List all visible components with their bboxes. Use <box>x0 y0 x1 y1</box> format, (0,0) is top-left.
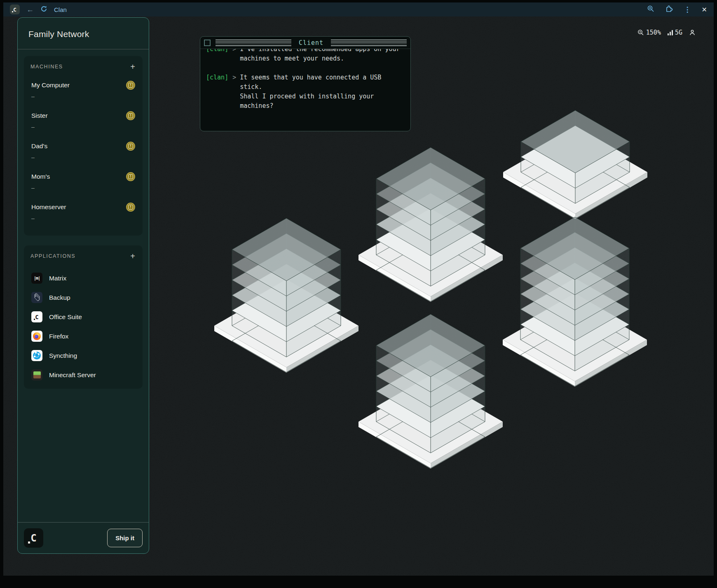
terminal-body: [clan] > I've installed the recommended … <box>200 49 410 131</box>
title-bar-stripes <box>331 40 407 46</box>
application-item[interactable]: Backup <box>30 288 136 307</box>
network-label: 5G <box>675 29 682 36</box>
warning-badge-icon: ! <box>126 203 135 212</box>
application-item[interactable]: |m| Matrix <box>30 268 136 288</box>
zoom-control[interactable]: 150% <box>637 29 661 36</box>
application-name: Office Suite <box>49 313 82 321</box>
user-icon <box>689 29 696 36</box>
title-bar-stripes <box>216 40 291 46</box>
backup-icon <box>31 292 42 303</box>
machine-name: Homeserver <box>31 203 66 211</box>
tab-title: Clan <box>54 6 67 13</box>
machine-name: Dad's <box>31 142 47 150</box>
sidebar: Family Network MACHINES + My Computer ! … <box>17 17 149 554</box>
machines-panel: MACHINES + My Computer ! – <box>24 56 143 236</box>
zoom-level: 150% <box>646 29 661 36</box>
message-sender: [clan] <box>206 73 228 111</box>
clan-favicon-icon: C <box>10 5 20 14</box>
warning-badge-icon: ! <box>126 172 135 181</box>
menu-kebab-icon[interactable]: ⋮ <box>684 5 691 14</box>
browser-bar: C ← Clan ⋮ ✕ <box>3 2 714 16</box>
applications-section-label: APPLICATIONS <box>30 253 75 259</box>
page-title: Family Network <box>18 18 149 49</box>
back-icon[interactable]: ← <box>26 6 34 13</box>
add-application-button[interactable]: + <box>129 252 136 260</box>
applications-panel: APPLICATIONS + |m| Matrix Backup <box>24 245 143 389</box>
application-item[interactable]: Firefox <box>30 327 136 346</box>
network-indicator: 5G <box>668 29 682 36</box>
machine-item[interactable]: Dad's ! – <box>30 140 136 170</box>
machine-status: – <box>31 154 135 161</box>
terminal-title-bar[interactable]: Client <box>200 37 410 49</box>
message-text: It seems that you have connected a USB s… <box>240 73 403 111</box>
machine-item[interactable]: My Computer ! – <box>30 79 136 110</box>
syncthing-icon <box>31 350 42 361</box>
terminal-box-icon[interactable] <box>204 40 211 46</box>
message-sender: [clan] <box>206 49 228 63</box>
office-suite-icon: C <box>31 311 42 322</box>
application-name: Minecraft Server <box>49 371 96 379</box>
user-indicator[interactable] <box>689 29 696 36</box>
matrix-icon: |m| <box>31 273 42 284</box>
machine-status: – <box>31 124 135 130</box>
message-text: I've installed the recommended apps on y… <box>240 49 403 63</box>
ship-it-button[interactable]: Ship it <box>107 529 143 547</box>
signal-bars-icon <box>668 30 673 35</box>
clan-logo-icon: C <box>24 528 43 548</box>
machine-name: Sister <box>31 112 48 119</box>
application-name: Backup <box>49 294 70 301</box>
zoom-magnifier-icon <box>637 29 644 36</box>
machine-name: My Computer <box>31 82 70 89</box>
close-icon[interactable]: ✕ <box>702 6 707 14</box>
warning-badge-icon: ! <box>126 142 135 151</box>
status-bar: 150% 5G <box>637 29 696 36</box>
application-name: Syncthing <box>49 352 77 359</box>
terminal-title: Client <box>296 39 326 47</box>
machine-name: Mom's <box>31 173 50 180</box>
application-item[interactable]: Minecraft Server <box>30 365 136 385</box>
machine-status: – <box>31 93 135 100</box>
machine-item[interactable]: Mom's ! – <box>30 170 136 201</box>
client-terminal-window: Client [clan] > I've installed the recom… <box>200 36 411 131</box>
zoom-page-icon[interactable] <box>647 5 654 14</box>
refresh-icon[interactable] <box>40 5 47 14</box>
warning-badge-icon: ! <box>126 81 135 90</box>
application-name: Firefox <box>49 333 68 340</box>
machine-item[interactable]: Homeserver ! – <box>30 201 136 231</box>
application-name: Matrix <box>49 275 66 282</box>
add-machine-button[interactable]: + <box>129 63 136 71</box>
application-item[interactable]: C Office Suite <box>30 307 136 327</box>
terminal-message: [clan] > I've installed the recommended … <box>206 49 405 63</box>
machine-status: – <box>31 184 135 191</box>
machines-section-label: MACHINES <box>30 64 63 70</box>
terminal-message: [clan] > It seems that you have connecte… <box>206 73 405 111</box>
machine-status: – <box>31 215 135 222</box>
machine-item[interactable]: Sister ! – <box>30 110 136 140</box>
application-item[interactable]: Syncthing <box>30 346 136 365</box>
extensions-puzzle-icon[interactable] <box>665 5 673 14</box>
message-prompt: > <box>228 73 240 111</box>
message-prompt: > <box>228 49 240 63</box>
terminal-messages: [clan] > I've installed the recommended … <box>206 49 405 111</box>
minecraft-icon <box>31 369 42 380</box>
warning-badge-icon: ! <box>126 111 135 120</box>
firefox-icon <box>31 331 42 342</box>
sidebar-footer: C Ship it <box>18 522 149 553</box>
